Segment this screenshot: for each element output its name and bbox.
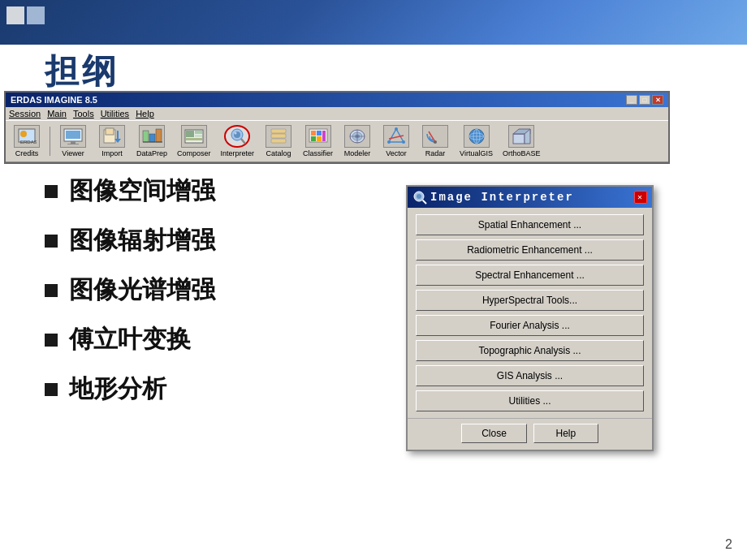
svg-point-55 [417,194,421,199]
svg-rect-16 [186,131,194,137]
catalog-icon-box [266,125,291,148]
bullet-item-4: 地形分析 [45,373,215,406]
fourier-analysis-button[interactable]: Fourier Analysis ... [416,315,644,336]
interp-title-area: Image Interpreter [412,190,574,205]
bullet-item-3: 傅立叶变换 [45,323,215,356]
svg-rect-28 [311,131,316,136]
interp-titlebar: Image Interpreter ✕ [408,187,652,208]
classifier-label: Classifier [303,149,333,157]
svg-rect-11 [143,131,149,142]
credits-icon-box: ERDAS [14,125,40,148]
import-label: Import [101,149,123,157]
image-interpreter-dialog: Image Interpreter ✕ Spatial Enhancement … [406,185,654,451]
toolbar-virtualgis[interactable]: VirtualGIS [456,123,496,159]
bullet-item-0: 图像空间增强 [45,174,215,208]
help-footer-button[interactable]: Help [533,424,598,443]
svg-rect-18 [195,135,202,137]
svg-rect-19 [186,138,202,140]
interpreter-label: Interpreter [221,149,255,157]
svg-point-40 [395,127,398,131]
radar-icon-box [422,125,448,148]
top-bar [0,0,747,45]
gis-analysis-button[interactable]: GIS Analysis ... [416,365,644,386]
svg-rect-13 [156,129,162,142]
svg-rect-4 [66,131,80,139]
erdas-toolbar: ERDAS Credits Viewer [6,120,668,162]
radiometric-enhancement-button[interactable]: Radiometric Enhancement ... [416,239,644,261]
spatial-enhancement-button[interactable]: Spatial Enhancement ... [416,214,644,235]
svg-rect-24 [271,129,286,133]
interp-close-x-button[interactable]: ✕ [634,191,647,204]
interp-title-text: Image Interpreter [430,191,574,204]
import-icon-box [99,125,125,148]
menu-tools[interactable]: Tools [73,109,94,118]
bullet-square-1 [45,235,58,248]
erdas-titlebar: ERDAS IMAGINE 8.5 _ □ ✕ [6,93,668,107]
bullet-text-4: 地形分析 [69,373,166,406]
svg-rect-12 [149,134,155,142]
maximize-button[interactable]: □ [639,95,650,105]
toolbar-radar[interactable]: Radar [417,123,453,159]
toolbar-credits[interactable]: ERDAS Credits [9,123,45,159]
separator-1 [50,127,50,156]
hyperspectral-tools-button[interactable]: HyperSpectral Tools... [416,290,644,311]
interp-footer: Close Help [408,418,652,450]
svg-rect-25 [271,134,286,138]
virtualgis-icon-box [464,125,490,148]
viewer-icon-box [60,125,86,148]
svg-text:ERDAS: ERDAS [20,140,37,144]
toolbar-import[interactable]: Import [94,123,130,159]
toolbar-composer[interactable]: Composer [174,123,214,159]
svg-point-22 [235,132,237,135]
menu-session[interactable]: Session [9,109,41,118]
decorative-squares [6,6,45,24]
window-controls: _ □ ✕ [626,95,663,105]
composer-label: Composer [177,149,211,157]
dataprep-label: DataPrep [136,149,167,157]
bullet-square-2 [45,284,58,297]
erdas-menubar: Session Main Tools Utilities Help [6,107,668,120]
svg-point-42 [402,140,405,144]
toolbar-vector[interactable]: Vector [378,123,414,159]
bullet-text-2: 图像光谱增强 [69,274,215,307]
classifier-icon-box [305,125,331,148]
bullet-square-4 [45,383,58,396]
menu-help[interactable]: Help [136,109,154,118]
bullet-list: 图像空间增强 图像辐射增强 图像光谱增强 傅立叶变换 地形分析 [45,174,215,406]
toolbar-modeler[interactable]: Modeler [339,123,375,159]
utilities-button[interactable]: Utilities ... [416,390,644,411]
svg-point-44 [434,140,437,144]
bullet-text-3: 傅立叶变换 [69,323,191,356]
credits-label: Credits [15,149,39,157]
interpreter-dialog-icon [412,190,427,205]
topographic-analysis-button[interactable]: Topographic Analysis ... [416,340,644,361]
toolbar-catalog[interactable]: Catalog [261,123,296,159]
spectral-enhancement-button[interactable]: Spectral Enhancement ... [416,265,644,286]
bullet-square-3 [45,334,58,347]
toolbar-classifier[interactable]: Classifier [300,123,336,159]
toolbar-viewer[interactable]: Viewer [55,123,91,159]
viewer-label: Viewer [62,149,84,157]
menu-main[interactable]: Main [47,109,67,118]
svg-point-41 [387,140,391,144]
orthobase-icon-box [508,125,534,148]
vector-label: Vector [386,149,407,157]
toolbar-dataprep[interactable]: DataPrep [133,123,171,159]
radar-label: Radar [425,149,446,157]
slide-number: 2 [725,537,732,552]
svg-rect-50 [513,134,525,144]
composer-icon-box [181,125,207,148]
bullet-text-1: 图像辐射增强 [69,224,215,257]
catalog-label: Catalog [266,149,291,157]
svg-rect-32 [322,131,326,141]
erdas-title-text: ERDAS IMAGINE 8.5 [11,95,97,105]
close-footer-button[interactable]: Close [461,424,527,443]
toolbar-orthobase[interactable]: OrthoBASE [499,123,544,159]
svg-rect-6 [67,144,79,144]
menu-utilities[interactable]: Utilities [101,109,129,118]
minimize-button[interactable]: _ [626,95,637,105]
toolbar-interpreter[interactable]: Interpreter [218,123,258,159]
svg-rect-17 [195,131,202,134]
interp-buttons-area: Spatial Enhancement ... Radiometric Enha… [408,208,652,418]
close-button[interactable]: ✕ [652,95,663,105]
